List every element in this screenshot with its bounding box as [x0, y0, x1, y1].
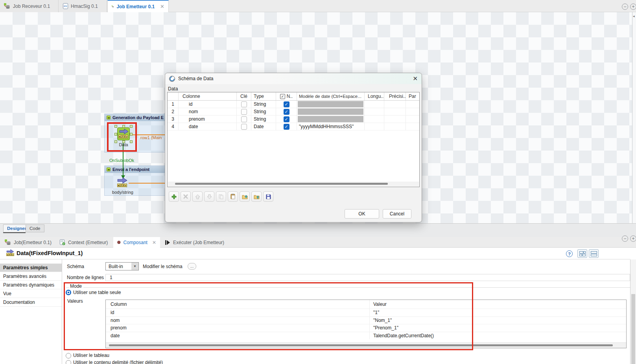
job-icon — [4, 3, 10, 9]
values-row[interactable]: prenom "Prenom_1" — [106, 324, 626, 332]
schema-row[interactable]: 4 date Date ✓ "yyyyMMddHHmmssSSS" — [168, 123, 419, 131]
maximize-view-icon[interactable]: + — [630, 235, 636, 242]
schema-row[interactable]: 1 id String ✓ — [168, 101, 419, 108]
close-icon[interactable]: ✕ — [152, 240, 156, 245]
save-button[interactable] — [263, 191, 273, 202]
schema-table[interactable]: Colonne Clé Type ✓N.. Modèle de date (Ct… — [167, 92, 420, 187]
move-up-button[interactable] — [192, 191, 203, 202]
nullable-header-checkbox[interactable]: ✓ — [280, 94, 285, 99]
close-icon[interactable]: ✕ — [160, 4, 164, 9]
rows-layout-button[interactable] — [589, 249, 599, 258]
minimize-view-icon[interactable]: − — [622, 235, 628, 242]
nullable-checkbox[interactable]: ✓ — [284, 101, 289, 107]
dialog-title: Schéma de Data — [178, 76, 213, 81]
tab-label: Job Emetteur 0.1 — [116, 4, 155, 9]
radio-contenu-delimite[interactable] — [66, 360, 71, 364]
radio-tableau[interactable] — [66, 353, 71, 358]
key-checkbox[interactable] — [241, 109, 247, 115]
chevron-down-icon: ▼ — [131, 263, 138, 270]
modify-schema-label: Modifier le schéma — [143, 264, 183, 269]
schema-dialog: Schéma de Data ✕ Data Colonne Clé Type ✓… — [165, 73, 422, 222]
move-down-button[interactable] — [204, 191, 214, 202]
delete-column-button[interactable] — [181, 191, 191, 202]
code-file-icon: <> — [63, 3, 68, 9]
rows-input[interactable]: 1 — [105, 274, 630, 281]
sidebar-item-parametres-simples[interactable]: Paramètres simples — [0, 263, 62, 272]
tab-code[interactable]: Code — [26, 224, 44, 232]
arrow-icon — [117, 177, 127, 184]
values-row[interactable]: date TalendDate.getCurrentDate() — [106, 332, 626, 340]
export-schema-button[interactable] — [251, 191, 262, 202]
subjob-generation-payload[interactable]: Generation du Payload E — [104, 114, 166, 153]
help-icon[interactable]: ? — [566, 250, 573, 257]
tab-job-emetteur[interactable]: Job Emetteur 0.1 ✕ — [107, 0, 169, 12]
tab-label: HmacSig 0.1 — [71, 4, 98, 9]
tab-job-view[interactable]: Job(Emetteur 0.1) — [0, 237, 56, 248]
body-component[interactable]: a23z — [117, 177, 129, 188]
import-schema-button[interactable] — [240, 191, 250, 202]
view-tabbar: Job(Emetteur 0.1) Context (Emetteur) Com… — [0, 237, 636, 248]
row1-flow-label[interactable]: row1 (Main — [140, 135, 165, 140]
palette-collapsed-strip[interactable]: ◂ — [632, 12, 636, 223]
component-icon: a23z — [6, 249, 16, 258]
panel-vscrollbar[interactable] — [630, 259, 636, 364]
collapse-icon[interactable] — [107, 167, 111, 171]
key-checkbox[interactable] — [241, 116, 247, 122]
sidebar-item-documentation[interactable]: Documentation — [0, 298, 62, 307]
schema-hscrollbar[interactable] — [168, 182, 419, 186]
tab-job-receveur[interactable]: Job Receveur 0.1 — [0, 0, 59, 12]
sidebar-item-parametres-avances[interactable]: Paramètres avancés — [0, 272, 62, 281]
values-row[interactable]: nom "Nom_1" — [106, 316, 626, 324]
component-header: a23z Data(tFixedFlowInput_1) ? — [0, 248, 630, 259]
nullable-checkbox[interactable]: ✓ — [284, 116, 289, 122]
radio-table-seule-label: Utiliser une table seule — [73, 290, 121, 295]
key-checkbox[interactable] — [241, 101, 247, 107]
radio-table-seule[interactable] — [66, 290, 71, 295]
schema-dropdown[interactable]: Built-in ▼ — [105, 262, 139, 270]
schema-row[interactable]: 3 prenom String ✓ — [168, 116, 419, 123]
cancel-button[interactable]: Cancel — [383, 209, 411, 219]
values-hscrollbar[interactable] — [106, 342, 626, 348]
arrow-icon — [119, 129, 129, 134]
editor-mode-strip: Designer Code — [0, 223, 636, 237]
ok-button[interactable]: OK — [345, 209, 379, 219]
key-checkbox[interactable] — [241, 124, 247, 130]
disabled-cell — [298, 108, 363, 115]
run-icon — [165, 240, 170, 245]
tab-composant-view[interactable]: Composant ✕ — [113, 237, 160, 248]
grid-layout-button[interactable] — [577, 249, 587, 258]
disabled-cell — [298, 101, 363, 107]
values-table[interactable]: Column Valeur id "1" nom "Nom_1" prenom … — [105, 300, 627, 348]
close-icon[interactable]: ✕ — [413, 75, 418, 82]
sidebar-item-parametres-dynamiques[interactable]: Paramètres dynamiques — [0, 281, 62, 289]
copy-button[interactable] — [216, 191, 226, 202]
tab-executer-view[interactable]: Exécuter (Job Emetteur) — [160, 237, 229, 248]
talend-logo-icon — [169, 76, 175, 82]
edit-schema-button[interactable]: ... — [188, 263, 196, 270]
tab-hmacsig[interactable]: <> HmacSig 0.1 — [59, 0, 107, 12]
subjob-title: Envoi a l'endpoint — [105, 166, 165, 173]
minimize-view-icon[interactable]: − — [622, 4, 628, 10]
sidebar-item-vue[interactable]: Vue — [0, 289, 62, 298]
nullable-checkbox[interactable]: ✓ — [284, 124, 289, 130]
radio-contenu-delimite-label: Utiliser le contenu delimité (fichier dé… — [73, 360, 163, 364]
component-settings-panel: a23z Data(tFixedFlowInput_1) ? Paramètre… — [0, 248, 636, 364]
job-icon — [5, 239, 11, 245]
dialog-titlebar[interactable]: Schéma de Data ✕ — [165, 73, 422, 84]
chevron-left-icon: ◂ — [633, 14, 635, 18]
data-component[interactable]: a23z — [116, 126, 131, 142]
settings-sidebar: Paramètres simples Paramètres avancés Pa… — [0, 259, 62, 364]
values-row[interactable]: id "1" — [106, 309, 626, 316]
mode-group-label: Mode — [70, 283, 82, 289]
collapse-icon[interactable] — [107, 116, 111, 119]
component-title: Data(tFixedFlowInput_1) — [17, 250, 83, 256]
maximize-view-icon[interactable]: + — [630, 4, 636, 10]
add-column-button[interactable] — [169, 191, 179, 202]
schema-row[interactable]: 2 nom String ✓ — [168, 108, 419, 116]
paste-button[interactable] — [228, 191, 238, 202]
nullable-checkbox[interactable]: ✓ — [284, 109, 289, 115]
tab-context-view[interactable]: Context (Emetteur) — [55, 237, 112, 248]
body-flow-line[interactable] — [129, 183, 165, 184]
onsubjobok-label[interactable]: OnSubjobOk — [109, 158, 134, 163]
schema-table-header: Colonne Clé Type ✓N.. Modèle de date (Ct… — [168, 92, 419, 101]
